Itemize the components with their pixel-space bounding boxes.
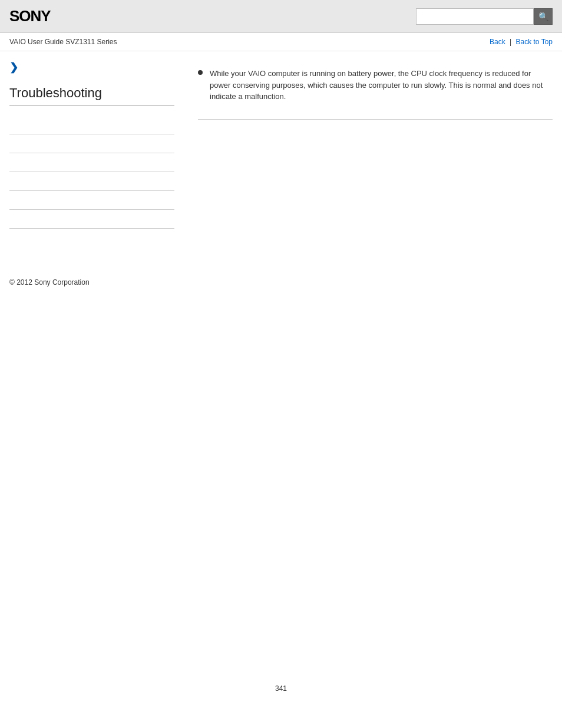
header: SONY 🔍 <box>0 0 562 33</box>
list-item[interactable] <box>9 134 174 153</box>
breadcrumb-text: VAIO User Guide SVZ1311 Series <box>9 38 117 46</box>
expand-arrow[interactable]: ❯ <box>9 61 174 74</box>
list-item[interactable] <box>9 172 174 191</box>
sidebar-link-1[interactable] <box>9 121 11 129</box>
list-item[interactable] <box>9 210 174 229</box>
sidebar-link-4[interactable] <box>9 177 11 186</box>
sidebar-link-5[interactable] <box>9 196 11 205</box>
search-button[interactable]: 🔍 <box>534 8 553 25</box>
nav-links: Back | Back to Top <box>490 38 553 46</box>
content-section: While your VAIO computer is running on b… <box>198 61 553 120</box>
content-area: While your VAIO computer is running on b… <box>186 61 553 247</box>
list-item[interactable] <box>9 153 174 172</box>
bullet-item: While your VAIO computer is running on b… <box>198 61 553 110</box>
search-icon: 🔍 <box>538 12 548 21</box>
sidebar-link-3[interactable] <box>9 159 11 167</box>
main-content: ❯ Troubleshooting While your VAIO comput… <box>0 51 562 256</box>
back-to-top-link[interactable]: Back to Top <box>516 38 553 46</box>
sony-logo: SONY <box>9 7 51 25</box>
sidebar: ❯ Troubleshooting <box>9 61 186 247</box>
sidebar-links <box>9 116 174 247</box>
bullet-text: While your VAIO computer is running on b… <box>210 68 553 103</box>
page-number: 341 <box>0 673 562 704</box>
footer: © 2012 Sony Corporation <box>0 268 562 296</box>
nav-separator: | <box>510 38 511 46</box>
sidebar-link-7[interactable] <box>9 234 11 242</box>
list-item[interactable] <box>9 116 174 134</box>
sidebar-link-6[interactable] <box>9 215 11 223</box>
list-item <box>9 229 174 247</box>
search-input[interactable] <box>416 8 534 25</box>
copyright-text: © 2012 Sony Corporation <box>9 278 90 286</box>
search-area: 🔍 <box>416 8 553 25</box>
list-item[interactable] <box>9 191 174 210</box>
bullet-dot-icon <box>198 70 203 75</box>
section-title: Troubleshooting <box>9 85 174 106</box>
sidebar-link-2[interactable] <box>9 140 11 148</box>
back-link[interactable]: Back <box>490 38 505 46</box>
breadcrumb-bar: VAIO User Guide SVZ1311 Series Back | Ba… <box>0 33 562 51</box>
